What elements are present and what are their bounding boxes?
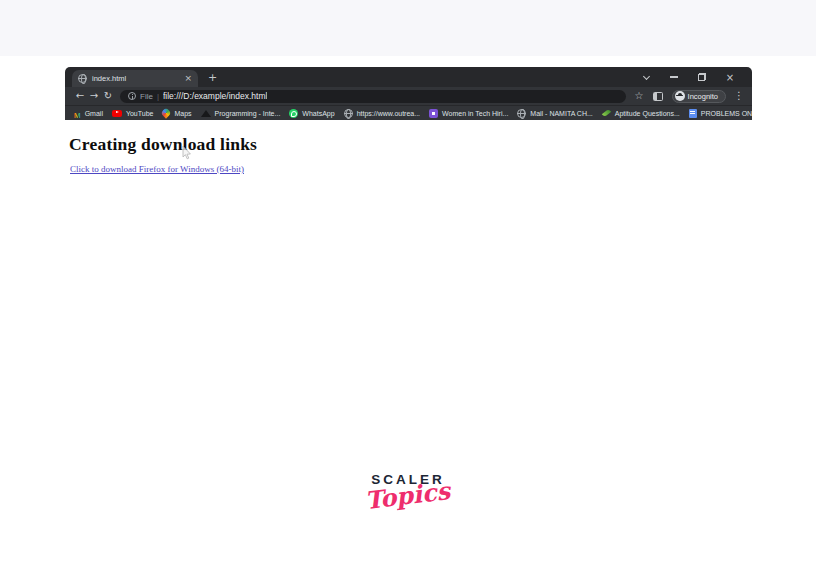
tab-title: index.html bbox=[92, 74, 179, 83]
bookmark-item[interactable]: Women in Tech Hiri... bbox=[429, 109, 508, 118]
minimize-icon bbox=[670, 76, 678, 77]
bookmark-item[interactable]: Gmail bbox=[74, 105, 103, 120]
incognito-label: Incognito bbox=[688, 92, 718, 101]
minimize-button[interactable] bbox=[660, 76, 688, 77]
purple-app-icon bbox=[429, 109, 438, 118]
restore-icon bbox=[698, 73, 706, 81]
chevron-down-icon bbox=[642, 72, 649, 79]
bookmark-item[interactable]: Mail - NAMITA CH... bbox=[517, 109, 592, 118]
scheme-label: File bbox=[140, 92, 153, 101]
bookmark-item[interactable]: Programming - Inte... bbox=[201, 110, 281, 117]
url-text[interactable]: file:///D:/example/index.html bbox=[163, 91, 267, 101]
bookmark-item[interactable]: Aptitude Questions... bbox=[602, 110, 680, 117]
window-controls: × bbox=[632, 67, 752, 87]
restore-button[interactable] bbox=[688, 73, 716, 81]
tab-favicon-globe-icon bbox=[78, 74, 87, 83]
reload-button[interactable]: ↻ bbox=[101, 91, 115, 101]
bookmark-item[interactable]: https://www.outrea... bbox=[344, 109, 420, 118]
globe-icon bbox=[344, 109, 353, 118]
browser-menu-icon[interactable]: ⋮ bbox=[734, 91, 744, 101]
incognito-spy-icon bbox=[675, 91, 685, 101]
bookmark-item[interactable]: Maps bbox=[162, 109, 191, 117]
incognito-badge: Incognito bbox=[672, 90, 726, 103]
info-icon[interactable] bbox=[128, 92, 136, 100]
maps-icon bbox=[161, 107, 172, 118]
tab-close-icon[interactable]: × bbox=[184, 74, 192, 83]
bookmark-item[interactable]: PROBLEMS ON TRE... bbox=[689, 109, 752, 118]
mouse-cursor-icon bbox=[182, 146, 192, 160]
tab-strip: index.html × + × bbox=[65, 67, 752, 87]
topics-logo-text: Topics bbox=[364, 479, 451, 513]
whatsapp-icon bbox=[289, 109, 298, 118]
leaf-icon bbox=[602, 109, 611, 118]
omnibox-divider: | bbox=[157, 92, 159, 101]
bookmark-item[interactable]: YouTube bbox=[112, 110, 154, 117]
triangle-icon bbox=[201, 110, 211, 117]
back-button[interactable]: ← bbox=[73, 91, 87, 101]
side-panel-icon[interactable] bbox=[653, 92, 663, 101]
download-firefox-link[interactable]: Click to download Firefox for Windows (6… bbox=[70, 164, 244, 174]
tab-index-html[interactable]: index.html × bbox=[72, 70, 198, 87]
new-tab-button[interactable]: + bbox=[208, 72, 217, 83]
browser-toolbar: ← → ↻ File | file:///D:/example/index.ht… bbox=[65, 87, 752, 105]
page-heading: Creating download links bbox=[69, 134, 742, 155]
browser-window: index.html × + × ← → ↻ File | file:///D:… bbox=[65, 67, 752, 435]
close-window-button[interactable]: × bbox=[716, 72, 744, 83]
address-bar[interactable]: File | file:///D:/example/index.html bbox=[120, 90, 626, 103]
scaler-topics-watermark: SCALER Topics bbox=[0, 472, 816, 508]
forward-button[interactable]: → bbox=[87, 91, 101, 101]
tab-search-button[interactable] bbox=[632, 76, 660, 79]
bookmark-item[interactable]: WhatsApp bbox=[289, 109, 334, 118]
background-top-band bbox=[0, 0, 816, 56]
bookmark-star-icon[interactable]: ☆ bbox=[635, 91, 644, 101]
doc-icon bbox=[689, 109, 697, 118]
bookmarks-bar: Gmail YouTube Maps Programming - Inte...… bbox=[65, 105, 752, 120]
globe-icon bbox=[517, 109, 526, 118]
page-content: Creating download links Click to downloa… bbox=[65, 120, 752, 435]
gmail-icon bbox=[74, 105, 81, 120]
youtube-icon bbox=[112, 110, 122, 117]
